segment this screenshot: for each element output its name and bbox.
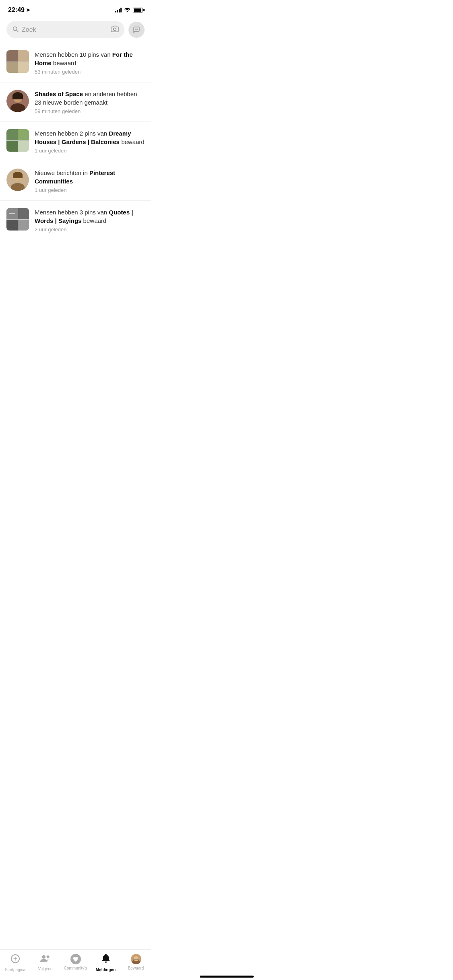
search-placeholder-text: Zoek xyxy=(22,26,108,33)
svg-point-5 xyxy=(136,29,137,29)
notifications-list: Mensen hebben 10 pins van For the Home b… xyxy=(0,43,151,280)
svg-line-2 xyxy=(17,30,18,32)
notification-text: Nieuwe berichten in Pinterest Communitie… xyxy=(35,169,145,185)
svg-point-0 xyxy=(127,11,128,12)
svg-point-4 xyxy=(135,29,136,29)
notification-thumbnail xyxy=(6,208,29,231)
signal-icon xyxy=(115,8,122,12)
battery-icon xyxy=(133,8,143,12)
notification-content: Mensen hebben 3 pins van Quotes | Words … xyxy=(35,208,145,233)
status-bar: 22:49 ➤ xyxy=(0,0,151,18)
camera-icon[interactable] xyxy=(111,25,119,34)
notification-item[interactable]: Mensen hebben 2 pins van Dreamy Houses |… xyxy=(0,122,151,161)
search-bar[interactable]: Zoek xyxy=(6,21,124,38)
notification-time: 53 minuten geleden xyxy=(35,69,145,75)
location-arrow-icon: ➤ xyxy=(26,7,30,13)
notification-time: 1 uur geleden xyxy=(35,148,145,154)
notification-content: Mensen hebben 2 pins van Dreamy Houses |… xyxy=(35,129,145,154)
notification-item[interactable]: Mensen hebben 3 pins van Quotes | Words … xyxy=(0,201,151,240)
notification-content: Shades of Space en anderen hebben 23 nie… xyxy=(35,90,145,114)
chat-button[interactable] xyxy=(128,22,145,38)
status-icons xyxy=(115,7,143,13)
time-display: 22:49 xyxy=(8,6,25,14)
notification-thumbnail xyxy=(6,50,29,73)
notification-avatar xyxy=(6,90,29,112)
notification-text: Mensen hebben 10 pins van For the Home b… xyxy=(35,50,145,67)
search-icon xyxy=(12,26,19,34)
notification-time: 1 uur geleden xyxy=(35,187,145,193)
notification-item[interactable]: Nieuwe berichten in Pinterest Communitie… xyxy=(0,161,151,201)
notification-text: Mensen hebben 3 pins van Quotes | Words … xyxy=(35,208,145,225)
notification-content: Nieuwe berichten in Pinterest Communitie… xyxy=(35,169,145,193)
notification-item[interactable]: Shades of Space en anderen hebben 23 nie… xyxy=(0,82,151,122)
notification-time: 2 uur geleden xyxy=(35,226,145,233)
notification-time: 59 minuten geleden xyxy=(35,108,145,114)
notification-thumbnail xyxy=(6,129,29,152)
notification-item[interactable]: Mensen hebben 10 pins van For the Home b… xyxy=(0,43,151,82)
svg-point-3 xyxy=(114,28,116,31)
svg-point-6 xyxy=(137,29,138,29)
status-time: 22:49 ➤ xyxy=(8,6,30,14)
notification-avatar xyxy=(6,169,29,191)
notification-text: Mensen hebben 2 pins van Dreamy Houses |… xyxy=(35,129,145,146)
notification-content: Mensen hebben 10 pins van For the Home b… xyxy=(35,50,145,75)
notification-text: Shades of Space en anderen hebben 23 nie… xyxy=(35,90,145,107)
wifi-icon xyxy=(124,7,130,13)
search-container: Zoek xyxy=(0,18,151,43)
